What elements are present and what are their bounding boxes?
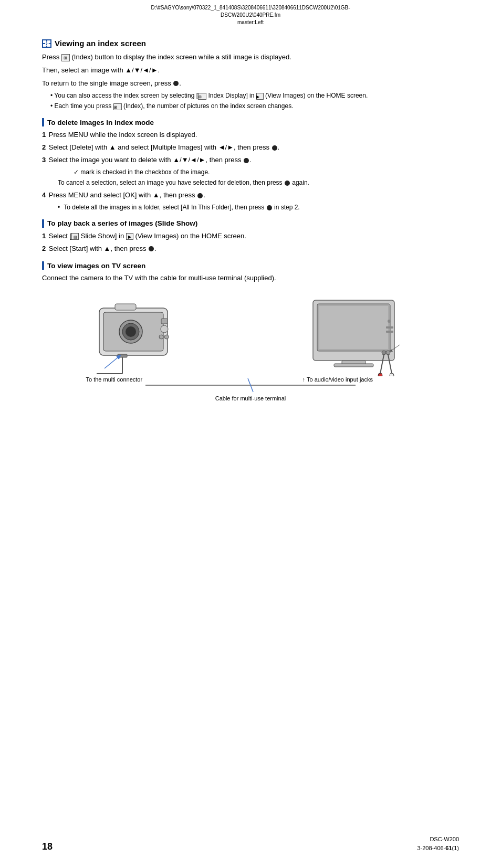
svg-line-18 (105, 356, 119, 368)
slideshow-step1: 1 Select [▤ Slide Show] in ▶ (View Image… (42, 231, 459, 242)
svg-rect-10 (161, 319, 168, 324)
slideshow-step2: 2 Select [Start] with ▲, then press . (42, 244, 459, 255)
index-button-icon: ⊞ (61, 54, 70, 61)
svg-point-28 (386, 351, 390, 355)
svg-point-27 (382, 351, 386, 355)
circle-btn-2 (272, 145, 277, 151)
camera-svg (84, 292, 199, 376)
view-images-icon: ▶ (256, 93, 264, 100)
svg-point-13 (164, 335, 169, 339)
delete-sub-note: To delete all the images in a folder, se… (58, 203, 459, 212)
viewing-heading: Viewing an index screen (42, 39, 459, 48)
cable-label: Cable for multi-use terminal (42, 395, 459, 401)
svg-rect-2 (47, 40, 50, 43)
circle-btn-cancel (285, 181, 290, 186)
svg-point-12 (159, 335, 163, 339)
blue-bar-delete (42, 118, 44, 126)
svg-rect-21 (319, 306, 388, 349)
viewing-bullet1: You can also access the index screen by … (50, 91, 459, 100)
svg-rect-25 (386, 326, 393, 329)
svg-rect-3 (43, 44, 46, 47)
svg-rect-1 (43, 40, 46, 43)
checkmark-note: ✓ mark is checked in the checkbox of the… (74, 167, 459, 177)
cable-line-area (42, 377, 459, 393)
delete-heading: To delete images in index mode (42, 118, 459, 126)
circle-btn-3 (244, 158, 249, 163)
slideshow-icon: ▤ (71, 233, 79, 240)
slideshow-heading: To play back a series of images (Slide S… (42, 219, 459, 228)
viewing-bullet2: Each time you press ⊞ (Index), the numbe… (50, 101, 459, 111)
blue-bar-slideshow (42, 219, 44, 228)
svg-point-32 (390, 373, 394, 376)
viewing-para2: Then, select an image with ▲/▼/◄/►. (42, 65, 459, 76)
circle-btn-4 (197, 193, 203, 198)
index-display-icon: ⊞ (198, 93, 206, 100)
tv-para1: Connect the camera to the TV with the ca… (42, 273, 459, 284)
page-number: 18 (42, 841, 53, 852)
view-images-icon2: ▶ (126, 233, 133, 240)
index-icon (42, 39, 51, 48)
tv-heading: To view images on TV screen (42, 261, 459, 270)
delete-step4: 4 Press MENU and select [OK] with ▲, the… (42, 190, 459, 201)
svg-rect-4 (47, 44, 50, 47)
page-header: D:\#SAGYO\sony\070322_1_841408S\32084066… (0, 0, 501, 28)
svg-point-9 (126, 326, 136, 337)
svg-point-11 (161, 325, 168, 333)
tv-illustration: ↑ To audio/video input jacks (302, 292, 418, 383)
circle-button (173, 81, 179, 86)
blue-bar-tv (42, 261, 44, 270)
svg-rect-14 (115, 304, 136, 310)
svg-point-24 (388, 320, 391, 323)
svg-point-31 (378, 373, 382, 376)
tv-section: To view images on TV screen Connect the … (42, 261, 459, 401)
illustration-inner: To the multi connector (42, 292, 459, 383)
viewing-section: Viewing an index screen Press ⊞ (Index) … (42, 39, 459, 111)
circle-btn-ss (149, 246, 154, 251)
delete-step1: 1 Press MENU while the index screen is d… (42, 130, 459, 141)
svg-rect-23 (334, 364, 373, 367)
page-footer: 18 DSC-W200 3-208-406-61(1) (0, 835, 501, 852)
viewing-para3: To return to the single image screen, pr… (42, 78, 459, 89)
slideshow-section: To play back a series of images (Slide S… (42, 219, 459, 255)
cable-connecting-line (119, 377, 382, 393)
illustration-area: To the multi connector (42, 292, 459, 401)
delete-step3: 3 Select the image you want to delete wi… (42, 155, 459, 166)
tv-svg (302, 292, 408, 376)
circle-btn-5 (267, 205, 272, 210)
delete-step2: 2 Select [Delete] with ▲ and select [Mul… (42, 142, 459, 153)
model-info: DSC-W200 3-208-406-61(1) (417, 835, 459, 852)
cancel-note: To cancel a selection, select an image y… (58, 178, 459, 188)
index-icon2: ⊞ (113, 103, 122, 110)
viewing-para1: Press ⊞ (Index) button to display the in… (42, 52, 459, 63)
camera-illustration: To the multi connector (84, 292, 220, 383)
delete-section: To delete images in index mode 1 Press M… (42, 118, 459, 211)
svg-rect-26 (386, 331, 393, 333)
